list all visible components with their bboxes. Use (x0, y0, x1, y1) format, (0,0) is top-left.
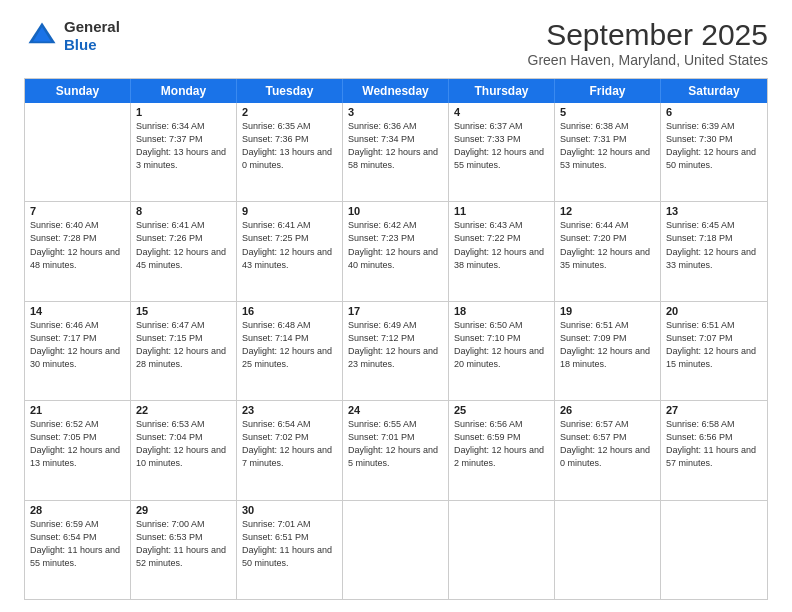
day-number: 8 (136, 205, 231, 217)
cell-2-5: 19 Sunrise: 6:51 AMSunset: 7:09 PMDaylig… (555, 302, 661, 400)
calendar-body: 1 Sunrise: 6:34 AMSunset: 7:37 PMDayligh… (25, 103, 767, 599)
cell-info: Sunrise: 6:36 AMSunset: 7:34 PMDaylight:… (348, 120, 443, 172)
cell-info: Sunrise: 6:43 AMSunset: 7:22 PMDaylight:… (454, 219, 549, 271)
cell-2-0: 14 Sunrise: 6:46 AMSunset: 7:17 PMDaylig… (25, 302, 131, 400)
day-number: 9 (242, 205, 337, 217)
cell-1-0: 7 Sunrise: 6:40 AMSunset: 7:28 PMDayligh… (25, 202, 131, 300)
day-number: 4 (454, 106, 549, 118)
cell-info: Sunrise: 6:45 AMSunset: 7:18 PMDaylight:… (666, 219, 762, 271)
cell-info: Sunrise: 6:39 AMSunset: 7:30 PMDaylight:… (666, 120, 762, 172)
cell-info: Sunrise: 6:46 AMSunset: 7:17 PMDaylight:… (30, 319, 125, 371)
cell-info: Sunrise: 6:44 AMSunset: 7:20 PMDaylight:… (560, 219, 655, 271)
day-number: 1 (136, 106, 231, 118)
cell-info: Sunrise: 6:56 AMSunset: 6:59 PMDaylight:… (454, 418, 549, 470)
header-wednesday: Wednesday (343, 79, 449, 103)
day-number: 16 (242, 305, 337, 317)
day-number: 28 (30, 504, 125, 516)
day-number: 6 (666, 106, 762, 118)
cell-info: Sunrise: 6:50 AMSunset: 7:10 PMDaylight:… (454, 319, 549, 371)
day-number: 23 (242, 404, 337, 416)
cell-info: Sunrise: 6:37 AMSunset: 7:33 PMDaylight:… (454, 120, 549, 172)
header: General Blue September 2025 Green Haven,… (24, 18, 768, 68)
cell-info: Sunrise: 6:53 AMSunset: 7:04 PMDaylight:… (136, 418, 231, 470)
cell-info: Sunrise: 6:38 AMSunset: 7:31 PMDaylight:… (560, 120, 655, 172)
cell-1-3: 10 Sunrise: 6:42 AMSunset: 7:23 PMDaylig… (343, 202, 449, 300)
day-number: 30 (242, 504, 337, 516)
day-number: 22 (136, 404, 231, 416)
cell-1-5: 12 Sunrise: 6:44 AMSunset: 7:20 PMDaylig… (555, 202, 661, 300)
cell-2-1: 15 Sunrise: 6:47 AMSunset: 7:15 PMDaylig… (131, 302, 237, 400)
cell-4-4 (449, 501, 555, 599)
cell-2-3: 17 Sunrise: 6:49 AMSunset: 7:12 PMDaylig… (343, 302, 449, 400)
cell-info: Sunrise: 6:41 AMSunset: 7:25 PMDaylight:… (242, 219, 337, 271)
week-row-2: 14 Sunrise: 6:46 AMSunset: 7:17 PMDaylig… (25, 302, 767, 401)
cell-4-1: 29 Sunrise: 7:00 AMSunset: 6:53 PMDaylig… (131, 501, 237, 599)
cell-0-1: 1 Sunrise: 6:34 AMSunset: 7:37 PMDayligh… (131, 103, 237, 201)
cell-4-2: 30 Sunrise: 7:01 AMSunset: 6:51 PMDaylig… (237, 501, 343, 599)
cell-info: Sunrise: 6:54 AMSunset: 7:02 PMDaylight:… (242, 418, 337, 470)
day-number: 25 (454, 404, 549, 416)
cell-1-4: 11 Sunrise: 6:43 AMSunset: 7:22 PMDaylig… (449, 202, 555, 300)
page: General Blue September 2025 Green Haven,… (0, 0, 792, 612)
cell-4-6 (661, 501, 767, 599)
cell-2-6: 20 Sunrise: 6:51 AMSunset: 7:07 PMDaylig… (661, 302, 767, 400)
cell-4-3 (343, 501, 449, 599)
cell-0-6: 6 Sunrise: 6:39 AMSunset: 7:30 PMDayligh… (661, 103, 767, 201)
title-block: September 2025 Green Haven, Maryland, Un… (528, 18, 768, 68)
logo-blue: Blue (64, 36, 97, 53)
cell-4-5 (555, 501, 661, 599)
calendar: Sunday Monday Tuesday Wednesday Thursday… (24, 78, 768, 600)
cell-0-0 (25, 103, 131, 201)
cell-info: Sunrise: 6:49 AMSunset: 7:12 PMDaylight:… (348, 319, 443, 371)
day-number: 10 (348, 205, 443, 217)
month-title: September 2025 (528, 18, 768, 52)
week-row-3: 21 Sunrise: 6:52 AMSunset: 7:05 PMDaylig… (25, 401, 767, 500)
cell-1-2: 9 Sunrise: 6:41 AMSunset: 7:25 PMDayligh… (237, 202, 343, 300)
cell-2-4: 18 Sunrise: 6:50 AMSunset: 7:10 PMDaylig… (449, 302, 555, 400)
day-number: 12 (560, 205, 655, 217)
day-number: 13 (666, 205, 762, 217)
logo-icon (24, 18, 60, 54)
cell-info: Sunrise: 6:48 AMSunset: 7:14 PMDaylight:… (242, 319, 337, 371)
day-number: 5 (560, 106, 655, 118)
cell-info: Sunrise: 6:57 AMSunset: 6:57 PMDaylight:… (560, 418, 655, 470)
cell-1-6: 13 Sunrise: 6:45 AMSunset: 7:18 PMDaylig… (661, 202, 767, 300)
day-number: 26 (560, 404, 655, 416)
day-number: 15 (136, 305, 231, 317)
calendar-header: Sunday Monday Tuesday Wednesday Thursday… (25, 79, 767, 103)
cell-3-1: 22 Sunrise: 6:53 AMSunset: 7:04 PMDaylig… (131, 401, 237, 499)
day-number: 11 (454, 205, 549, 217)
cell-0-5: 5 Sunrise: 6:38 AMSunset: 7:31 PMDayligh… (555, 103, 661, 201)
logo-text: General Blue (64, 18, 120, 54)
cell-3-2: 23 Sunrise: 6:54 AMSunset: 7:02 PMDaylig… (237, 401, 343, 499)
day-number: 17 (348, 305, 443, 317)
cell-3-0: 21 Sunrise: 6:52 AMSunset: 7:05 PMDaylig… (25, 401, 131, 499)
cell-0-3: 3 Sunrise: 6:36 AMSunset: 7:34 PMDayligh… (343, 103, 449, 201)
cell-info: Sunrise: 6:35 AMSunset: 7:36 PMDaylight:… (242, 120, 337, 172)
cell-0-4: 4 Sunrise: 6:37 AMSunset: 7:33 PMDayligh… (449, 103, 555, 201)
cell-info: Sunrise: 7:01 AMSunset: 6:51 PMDaylight:… (242, 518, 337, 570)
cell-4-0: 28 Sunrise: 6:59 AMSunset: 6:54 PMDaylig… (25, 501, 131, 599)
week-row-0: 1 Sunrise: 6:34 AMSunset: 7:37 PMDayligh… (25, 103, 767, 202)
week-row-4: 28 Sunrise: 6:59 AMSunset: 6:54 PMDaylig… (25, 501, 767, 599)
day-number: 20 (666, 305, 762, 317)
cell-info: Sunrise: 6:51 AMSunset: 7:07 PMDaylight:… (666, 319, 762, 371)
cell-info: Sunrise: 6:55 AMSunset: 7:01 PMDaylight:… (348, 418, 443, 470)
cell-info: Sunrise: 6:41 AMSunset: 7:26 PMDaylight:… (136, 219, 231, 271)
day-number: 14 (30, 305, 125, 317)
day-number: 24 (348, 404, 443, 416)
day-number: 29 (136, 504, 231, 516)
header-saturday: Saturday (661, 79, 767, 103)
cell-2-2: 16 Sunrise: 6:48 AMSunset: 7:14 PMDaylig… (237, 302, 343, 400)
header-friday: Friday (555, 79, 661, 103)
cell-info: Sunrise: 7:00 AMSunset: 6:53 PMDaylight:… (136, 518, 231, 570)
cell-3-3: 24 Sunrise: 6:55 AMSunset: 7:01 PMDaylig… (343, 401, 449, 499)
cell-3-6: 27 Sunrise: 6:58 AMSunset: 6:56 PMDaylig… (661, 401, 767, 499)
cell-info: Sunrise: 6:52 AMSunset: 7:05 PMDaylight:… (30, 418, 125, 470)
day-number: 7 (30, 205, 125, 217)
logo-general: General (64, 18, 120, 35)
cell-info: Sunrise: 6:58 AMSunset: 6:56 PMDaylight:… (666, 418, 762, 470)
day-number: 19 (560, 305, 655, 317)
logo: General Blue (24, 18, 120, 54)
day-number: 3 (348, 106, 443, 118)
